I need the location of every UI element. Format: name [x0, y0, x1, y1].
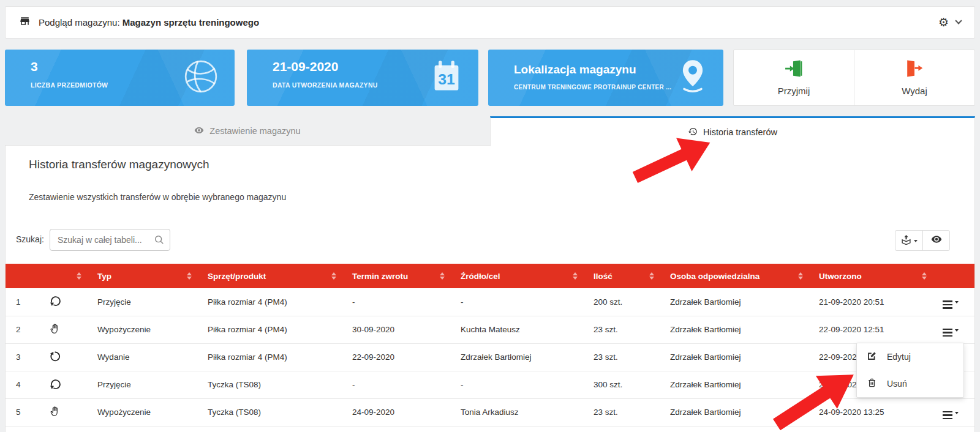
- issue-button-label: Wydaj: [902, 86, 927, 96]
- col-header-termin[interactable]: Termin zwrotu: [341, 264, 450, 288]
- page-title: Podgląd magazynu: Magazyn sprzętu trenin…: [39, 17, 259, 28]
- table-row: 1 Przyjęcie Piłka rozmiar 4 (PM4) - - 20…: [6, 288, 974, 316]
- door-out-icon: [905, 59, 924, 80]
- door-in-icon: [785, 59, 803, 80]
- chevron-down-icon: [914, 240, 918, 242]
- tab-bar: Zestawienie magazynu Historia transferów: [5, 116, 975, 146]
- eye-icon: [931, 234, 942, 247]
- export-button[interactable]: [895, 231, 922, 250]
- sort-icon: [573, 272, 578, 280]
- stat-card-item-count[interactable]: 3 LICZBA PRZEDMIOTÓW: [5, 50, 235, 106]
- menu-item-label: Edytuj: [887, 352, 911, 362]
- search-input[interactable]: [50, 229, 170, 251]
- transfer-in-icon: [49, 299, 61, 308]
- sort-icon: [331, 272, 336, 280]
- table-row: 2 Wypożyczenie Piłka rozmiar 4 (PM4) 30-…: [6, 316, 974, 343]
- history-icon: [688, 127, 698, 138]
- stat-card-location[interactable]: Lokalizacja magazynu CENTRUM TRENINGOWE …: [488, 50, 723, 106]
- row-context-menu: Edytuj Usuń: [856, 343, 964, 398]
- stat-value: 3: [31, 59, 38, 74]
- calendar-icon: 31: [431, 59, 462, 96]
- map-pin-icon: [678, 59, 707, 97]
- chevron-down-icon: [955, 301, 959, 304]
- sort-icon: [922, 272, 927, 280]
- gear-icon[interactable]: ⚙: [938, 17, 949, 28]
- receive-button[interactable]: Przyjmij: [734, 50, 854, 105]
- store-icon: [19, 15, 31, 29]
- sort-icon: [440, 272, 445, 280]
- tab-warehouse-summary[interactable]: Zestawienie magazynu: [5, 116, 490, 146]
- quick-actions-card: Przyjmij Wydaj: [733, 50, 975, 106]
- stat-value: 21-09-2020: [273, 59, 338, 74]
- warehouse-header: Podgląd magazynu: Magazyn sprzętu trenin…: [5, 6, 975, 39]
- column-visibility-button[interactable]: [922, 231, 949, 250]
- col-header-utworzono[interactable]: Utworzono: [808, 264, 932, 288]
- col-header-ilosc[interactable]: Ilość: [582, 264, 659, 288]
- row-actions-button[interactable]: [943, 327, 959, 337]
- col-header-typ[interactable]: Typ: [86, 264, 197, 288]
- receive-button-label: Przyjmij: [778, 86, 810, 96]
- stat-label: DATA UTWORZENIA MAGAZYNU: [273, 81, 378, 89]
- issue-button[interactable]: Wydaj: [854, 50, 974, 105]
- transfer-out-icon: [49, 355, 61, 364]
- table-header-row: Typ Sprzęt/produkt Termin zwrotu Źródło/…: [6, 264, 974, 288]
- table-toolbar: [895, 230, 950, 251]
- section-title: Historia transferów magazynowych: [29, 158, 209, 171]
- eye-icon: [194, 125, 204, 137]
- tab-transfer-history[interactable]: Historia transferów: [490, 116, 975, 146]
- col-header-zrodlo[interactable]: Źródło/cel: [450, 264, 582, 288]
- transfers-table: Typ Sprzęt/produkt Termin zwrotu Źródło/…: [6, 264, 974, 426]
- sort-icon: [187, 272, 192, 280]
- trash-icon: [867, 378, 877, 390]
- col-header-sprzet[interactable]: Sprzęt/produkt: [197, 264, 341, 288]
- chevron-down-icon: [955, 412, 959, 414]
- stat-card-created-date[interactable]: 21-09-2020 DATA UTWORZENIA MAGAZYNU 31: [247, 50, 478, 106]
- search-icon: [154, 234, 165, 248]
- col-header-actions: [932, 264, 974, 288]
- export-icon: [901, 234, 911, 247]
- menu-item-label: Usuń: [887, 379, 907, 389]
- tab-label: Historia transferów: [703, 127, 777, 137]
- hand-icon: [49, 410, 61, 419]
- col-header-index[interactable]: [6, 264, 42, 288]
- search-label: Szukaj:: [16, 234, 44, 244]
- chevron-down-icon: [955, 329, 959, 332]
- tab-label: Zestawienie magazynu: [209, 126, 300, 136]
- col-header-osoba[interactable]: Osoba odpowiedzialna: [659, 264, 808, 288]
- hand-icon: [49, 327, 61, 337]
- table-row: 4 Przyjęcie Tyczka (TS08) - - 300 szt. Z…: [6, 371, 974, 398]
- section-subtitle: Zestawienie wszystkich transferów w obrę…: [29, 192, 286, 202]
- table-row: 3 Wydanie Piłka rozmiar 4 (PM4) 22-09-20…: [6, 343, 974, 371]
- row-actions-button[interactable]: [943, 409, 959, 419]
- menu-item-delete[interactable]: Usuń: [857, 370, 963, 397]
- chevron-down-icon[interactable]: [955, 17, 962, 24]
- svg-text:31: 31: [438, 71, 455, 88]
- menu-item-edit[interactable]: Edytuj: [857, 343, 963, 370]
- sort-icon: [77, 272, 81, 280]
- basketball-icon: [183, 59, 219, 97]
- row-actions-button[interactable]: [943, 299, 959, 308]
- stat-label: CENTRUM TRENINGOWE PROTRAINUP CENTER ...: [514, 84, 671, 91]
- col-header-type-icon[interactable]: [42, 264, 86, 288]
- table-row: 5 Wypożyczenie Tyczka (TS08) 24-09-2020 …: [6, 398, 974, 426]
- stat-label: LICZBA PRZEDMIOTÓW: [31, 81, 108, 89]
- transfer-history-panel: Historia transferów magazynowych Zestawi…: [5, 145, 975, 432]
- sort-icon: [649, 272, 654, 280]
- sort-icon: [798, 272, 803, 280]
- stat-value: Lokalizacja magazynu: [514, 63, 636, 76]
- edit-icon: [867, 351, 877, 363]
- transfer-in-icon: [49, 382, 61, 392]
